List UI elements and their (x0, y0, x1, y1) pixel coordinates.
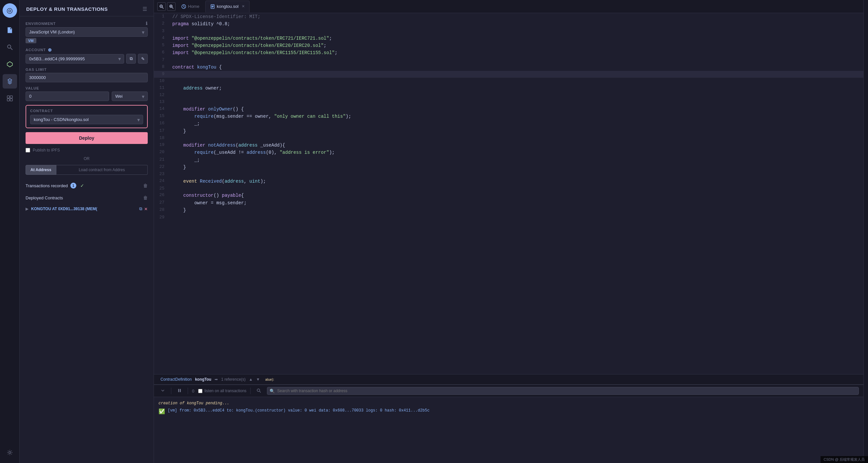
contract-select[interactable]: kongTou - CSDN/kongtou.sol (30, 115, 143, 124)
environment-info-icon[interactable]: ℹ (146, 21, 148, 26)
deployed-item: ▶ KONGTOU AT 0XD91...39138 (MEM( ⧉ ✕ (20, 204, 154, 214)
listen-row: listen on all transactions (198, 388, 246, 393)
sidebar-settings[interactable] (3, 445, 17, 460)
tab-kongtou[interactable]: kongtou.sol ✕ (205, 1, 250, 12)
icon-bar: ◎ (0, 0, 20, 463)
code-line: 17 } (154, 127, 863, 135)
info-bar: ContractDefinition kongTou ➡ 1 reference… (154, 374, 863, 384)
environment-select-wrapper[interactable]: JavaScript VM (London) (26, 27, 148, 37)
deploy-arrow (151, 132, 154, 145)
svg-rect-5 (7, 99, 9, 101)
account-plus-icon[interactable]: ⊕ (48, 47, 52, 53)
load-contract-button[interactable]: Load contract from Addres (56, 165, 148, 175)
code-line: 14 modifier onlyOwner() { (154, 106, 863, 113)
account-select-wrapper[interactable]: 0x5B3...eddC4 (99.99999995 (26, 54, 124, 64)
console-divider (171, 387, 171, 394)
sidebar-files[interactable] (3, 23, 17, 37)
svg-line-1 (10, 48, 12, 50)
deployed-item-label: KONGTOU AT 0XD91...39138 (MEM( (31, 207, 136, 211)
environment-select[interactable]: JavaScript VM (London) (26, 27, 148, 37)
unit-select[interactable]: Wei Gwei Finney Ether (112, 91, 148, 101)
code-line: 1 // SPDX-License-Identifier: MIT; (154, 13, 863, 20)
deployed-item-icons: ⧉ ✕ (139, 206, 148, 211)
panel-body: ENVIRONMENT ℹ JavaScript VM (London) VM … (20, 17, 154, 179)
code-line: 15 require(msg.sender == owner, "only ow… (154, 113, 863, 120)
vm-badge: VM (26, 38, 36, 43)
search-input-wrapper: 🔍 (267, 387, 859, 395)
deployed-contracts-row[interactable]: Deployed Contracts 🗑 (20, 192, 154, 204)
info-down-icon[interactable]: ▼ (256, 377, 260, 382)
contract-section: CONTRACT kongTou - CSDN/kongtou.sol (26, 105, 148, 128)
info-up-icon[interactable]: ▲ (249, 377, 253, 382)
code-editor[interactable]: 1 // SPDX-License-Identifier: MIT; 2 pra… (154, 13, 863, 374)
account-select[interactable]: 0x5B3...eddC4 (99.99999995 (26, 54, 124, 64)
at-address-row: At Address Load contract from Addres (26, 165, 148, 175)
svg-line-12 (162, 7, 164, 8)
publish-ipfs-checkbox[interactable] (26, 148, 30, 152)
at-address-button[interactable]: At Address (26, 165, 56, 175)
transactions-delete-icon[interactable]: 🗑 (143, 183, 148, 188)
info-partial-text: alue): (265, 377, 275, 381)
unit-select-wrapper[interactable]: Wei Gwei Finney Ether (112, 91, 148, 101)
value-section: VALUE Wei Gwei Finney Ether (26, 86, 148, 101)
code-line: 18 (154, 135, 863, 142)
info-arrow-icon: ➡ (215, 377, 218, 382)
value-label: VALUE (26, 86, 148, 90)
log-success-icon: ✅ (158, 408, 165, 415)
svg-point-0 (7, 45, 11, 48)
value-input[interactable] (26, 91, 109, 101)
account-edit-btn[interactable]: ✎ (138, 54, 148, 64)
code-line: 19 modifier notAddress(address _useAdd){ (154, 142, 863, 149)
tab-home-label: Home (188, 4, 199, 9)
listen-label: listen on all transactions (205, 388, 246, 393)
svg-point-25 (257, 389, 260, 392)
sidebar-search[interactable] (3, 40, 17, 54)
console-toggle-btn[interactable] (158, 387, 167, 395)
code-line: 23 (154, 171, 863, 178)
main-area: Home kongtou.sol ✕ 1 // SPDX-License-Ide… (154, 0, 863, 463)
contract-select-wrapper[interactable]: kongTou - CSDN/kongtou.sol (30, 115, 143, 124)
search-icon: 🔍 (270, 388, 275, 394)
code-line: 6 import "@openzeppelin/contracts/token/… (154, 49, 863, 56)
panel-menu-icon[interactable]: ☰ (143, 6, 147, 12)
transactions-label: Transactions recorded 1 ✓ (26, 183, 84, 189)
transactions-recorded-row[interactable]: Transactions recorded 1 ✓ 🗑 (20, 179, 154, 192)
account-section: ACCOUNT ⊕ 0x5B3...eddC4 (99.99999995 ⧉ ✎ (26, 47, 148, 64)
listen-checkbox[interactable] (198, 389, 203, 393)
code-line: 22 } (154, 164, 863, 171)
code-line: 9 (154, 71, 863, 78)
console-pause-btn[interactable] (175, 387, 184, 395)
tab-close-icon[interactable]: ✕ (242, 4, 245, 8)
console-search-icon-btn[interactable] (254, 387, 263, 395)
gas-limit-label: GAS LIMIT (26, 67, 148, 71)
app-logo[interactable]: ◎ (3, 3, 17, 18)
svg-line-15 (172, 7, 174, 8)
expand-arrow-icon[interactable]: ▶ (26, 207, 29, 211)
info-prefix: ContractDefinition (160, 377, 192, 382)
console-divider3 (250, 387, 251, 394)
sidebar-solidity[interactable] (3, 57, 17, 71)
code-line: 26 constructor() payable{ (154, 192, 863, 199)
deploy-button-wrapper: Deploy (26, 132, 148, 144)
deployed-close-icon[interactable]: ✕ (144, 207, 148, 211)
zoom-in-btn[interactable] (167, 2, 176, 11)
account-copy-btn[interactable]: ⧉ (126, 54, 136, 64)
code-line: 5 import "@openzeppelin/contracts/token/… (154, 42, 863, 49)
account-row: 0x5B3...eddC4 (99.99999995 ⧉ ✎ (26, 54, 148, 64)
deployed-contracts-delete-icon[interactable]: 🗑 (143, 195, 148, 200)
deployed-copy-icon[interactable]: ⧉ (139, 206, 142, 211)
deploy-button[interactable]: Deploy (26, 132, 148, 144)
deployed-item-wrapper: ▶ KONGTOU AT 0XD91...39138 (MEM( ⧉ ✕ (20, 204, 154, 214)
gas-limit-input[interactable]: 3000000 (26, 73, 148, 82)
sidebar-deploy[interactable] (3, 74, 17, 89)
environment-label: ENVIRONMENT ℹ (26, 21, 148, 26)
panel-header: DEPLOY & RUN TRANSACTIONS ☰ (20, 0, 154, 17)
svg-rect-4 (10, 96, 12, 98)
tab-home[interactable]: Home (177, 2, 204, 11)
svg-marker-2 (7, 62, 12, 67)
deployed-contracts-label: Deployed Contracts (26, 196, 63, 200)
environment-section: ENVIRONMENT ℹ JavaScript VM (London) VM (26, 21, 148, 43)
search-input[interactable] (267, 387, 859, 395)
sidebar-plugins[interactable] (3, 91, 17, 106)
zoom-out-btn[interactable] (157, 2, 166, 11)
